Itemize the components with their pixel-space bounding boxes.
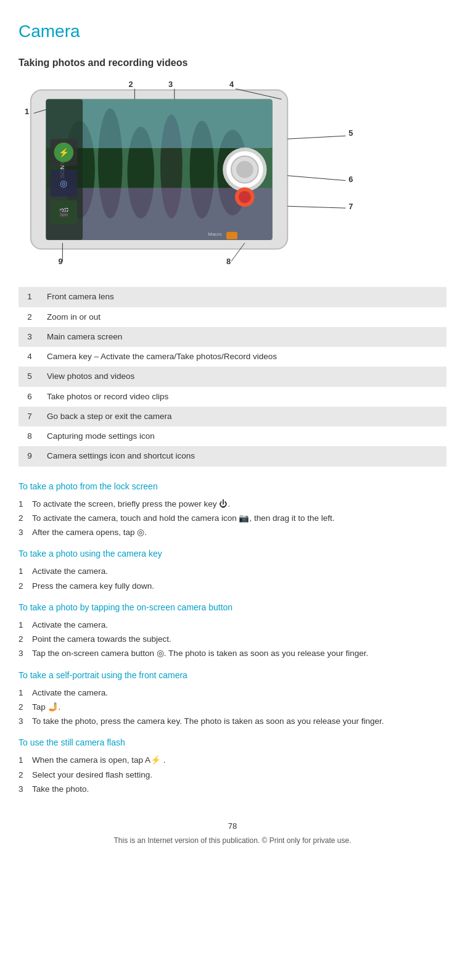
part-number: 8 <box>19 426 41 446</box>
step-text: When the camera is open, tap A⚡ . <box>32 754 166 766</box>
step-text: Take the photo. <box>32 783 89 795</box>
section-title: Taking photos and recording videos <box>19 56 446 70</box>
list-item: 3After the camera opens, tap ◎. <box>19 526 446 539</box>
list-item: 2To activate the camera, touch and hold … <box>19 512 446 525</box>
svg-text:🎬: 🎬 <box>59 207 70 218</box>
part-number: 6 <box>19 387 41 407</box>
parts-table-row: 2Zoom in or out <box>19 307 446 327</box>
svg-text:7: 7 <box>348 202 353 211</box>
parts-table-row: 4Camera key – Activate the camera/Take p… <box>19 347 446 367</box>
part-number: 3 <box>19 327 41 347</box>
part-label: Main camera screen <box>41 327 446 347</box>
part-number: 1 <box>19 287 41 307</box>
svg-text:6: 6 <box>348 175 353 184</box>
list-item: 1Activate the camera. <box>19 619 446 631</box>
step-text: To take the photo, press the camera key.… <box>32 715 384 728</box>
step-text: Tap 🤳. <box>32 701 60 713</box>
step-number: 3 <box>19 783 30 795</box>
step-text: Activate the camera. <box>32 687 108 699</box>
parts-table-row: 1Front camera lens <box>19 287 446 307</box>
step-number: 1 <box>19 565 30 578</box>
svg-text:2: 2 <box>128 80 133 89</box>
svg-line-35 <box>287 136 345 139</box>
part-number: 9 <box>19 446 41 466</box>
svg-text:5: 5 <box>348 128 353 138</box>
subsection-title-1: To take a photo using the camera key <box>19 547 446 560</box>
list-item: 3Take the photo. <box>19 783 446 795</box>
part-label: Zoom in or out <box>41 307 446 327</box>
list-item: 2Press the camera key fully down. <box>19 580 446 592</box>
step-text: Point the camera towards the subject. <box>32 633 171 646</box>
list-item: 2Point the camera towards the subject. <box>19 633 446 646</box>
list-item: 2Select your desired flash setting. <box>19 769 446 781</box>
list-item: 1Activate the camera. <box>19 565 446 578</box>
parts-table-row: 3Main camera screen <box>19 327 446 347</box>
part-label: Camera key – Activate the camera/Take ph… <box>41 347 446 367</box>
step-number: 2 <box>19 512 30 525</box>
svg-rect-45 <box>226 232 237 239</box>
list-item: 1To activate the screen, briefly press t… <box>19 498 446 510</box>
step-text: Press the camera key fully down. <box>32 580 154 592</box>
step-text: Select your desired flash setting. <box>32 769 152 781</box>
svg-line-37 <box>287 176 345 181</box>
subsection-title-2: To take a photo by tapping the on-screen… <box>19 601 446 614</box>
subsection-list-2: 1Activate the camera.2Point the camera t… <box>19 619 446 660</box>
step-number: 1 <box>19 687 30 699</box>
step-number: 2 <box>19 701 30 713</box>
step-text: Activate the camera. <box>32 619 108 631</box>
list-item: 1When the camera is open, tap A⚡ . <box>19 754 446 766</box>
parts-table-row: 8Capturing mode settings icon <box>19 426 446 446</box>
part-number: 4 <box>19 347 41 367</box>
svg-line-39 <box>287 206 345 208</box>
subsection-list-0: 1To activate the screen, briefly press t… <box>19 498 446 539</box>
footer-note: This is an Internet version of this publ… <box>19 835 446 846</box>
step-text: Activate the camera. <box>32 565 108 578</box>
svg-point-23 <box>236 161 253 178</box>
svg-point-25 <box>239 191 251 203</box>
page-number: 78 <box>19 820 446 833</box>
part-label: Take photos or record video clips <box>41 387 446 407</box>
svg-text:Macro: Macro <box>208 231 222 237</box>
step-number: 3 <box>19 647 30 660</box>
subsection-list-4: 1When the camera is open, tap A⚡ .2Selec… <box>19 754 446 795</box>
footer: 78 This is an Internet version of this p… <box>19 820 446 856</box>
part-label: Capturing mode settings icon <box>41 426 446 446</box>
subsection-title-4: To use the still camera flash <box>19 736 446 749</box>
parts-table-row: 6Take photos or record video clips <box>19 387 446 407</box>
step-text: Tap the on-screen camera button ◎. The p… <box>32 647 368 660</box>
list-item: 3To take the photo, press the camera key… <box>19 715 446 728</box>
parts-table-row: 9Camera settings icon and shortcut icons <box>19 446 446 466</box>
step-number: 2 <box>19 633 30 646</box>
parts-table-row: 5View photos and videos <box>19 367 446 386</box>
part-label: Front camera lens <box>41 287 446 307</box>
subsection-title-0: To take a photo from the lock screen <box>19 480 446 493</box>
subsection-list-1: 1Activate the camera.2Press the camera k… <box>19 565 446 592</box>
step-text: To activate the camera, touch and hold t… <box>32 512 335 525</box>
step-number: 1 <box>19 498 30 510</box>
svg-text:◎: ◎ <box>60 178 67 188</box>
part-label: Go back a step or exit the camera <box>41 407 446 426</box>
part-label: Camera settings icon and shortcut icons <box>41 446 446 466</box>
svg-text:4: 4 <box>229 80 234 89</box>
step-number: 3 <box>19 715 30 728</box>
step-number: 2 <box>19 769 30 781</box>
list-item: 2Tap 🤳. <box>19 701 446 713</box>
step-number: 1 <box>19 619 30 631</box>
page-container: Camera Taking photos and recording video… <box>0 0 465 868</box>
svg-text:1: 1 <box>25 107 29 116</box>
svg-text:3: 3 <box>168 80 173 89</box>
camera-diagram: SONY ⚡ ◎ 🎬 1 2 3 <box>19 78 446 277</box>
page-title: Camera <box>19 19 446 44</box>
part-number: 2 <box>19 307 41 327</box>
parts-table: 1Front camera lens2Zoom in or out3Main c… <box>19 287 446 466</box>
step-number: 2 <box>19 580 30 592</box>
svg-text:⚡: ⚡ <box>59 147 70 158</box>
svg-text:8: 8 <box>226 257 231 266</box>
subsection-title-3: To take a self-portrait using the front … <box>19 669 446 682</box>
list-item: 3Tap the on-screen camera button ◎. The … <box>19 647 446 660</box>
step-text: To activate the screen, briefly press th… <box>32 498 230 510</box>
svg-text:9: 9 <box>58 257 62 266</box>
part-label: View photos and videos <box>41 367 446 386</box>
part-number: 5 <box>19 367 41 386</box>
step-number: 3 <box>19 526 30 539</box>
